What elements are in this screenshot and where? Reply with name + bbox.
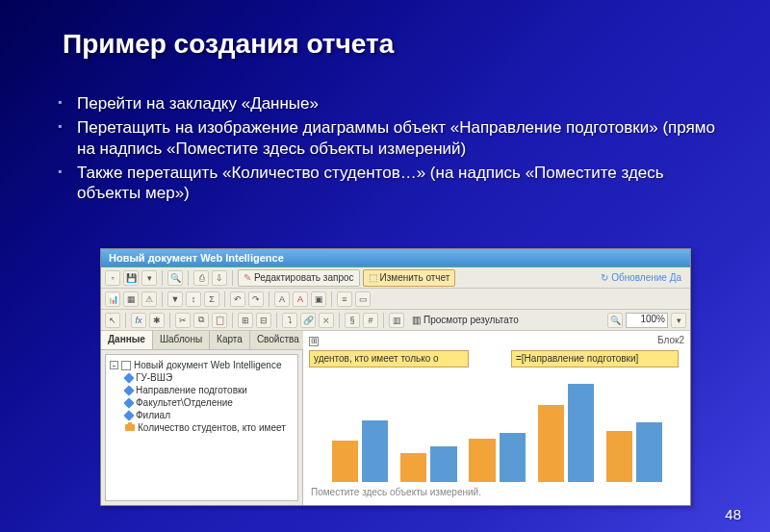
tab-properties[interactable]: Свойства: [250, 331, 307, 349]
search-icon[interactable]: 🔍: [167, 270, 183, 286]
chart-bar: [500, 433, 526, 482]
report-canvas[interactable]: ⊞ Блок2 удентов, кто имеет только о =[На…: [303, 331, 690, 505]
tree-item-measure[interactable]: Количество студентов, кто имеет: [108, 421, 295, 434]
undo-icon[interactable]: ↶: [230, 291, 245, 307]
tree-item-dim[interactable]: ГУ-ВШЭ: [108, 371, 295, 384]
chart-bar: [430, 446, 456, 482]
block-handle-icon[interactable]: ⊞: [309, 337, 319, 346]
sum-icon[interactable]: Σ: [204, 291, 219, 307]
merge-icon[interactable]: ▭: [355, 291, 371, 307]
tab-data[interactable]: Данные: [101, 331, 153, 349]
sort-icon[interactable]: ↕: [186, 291, 201, 307]
color-icon[interactable]: A: [293, 291, 308, 307]
side-tabs: Данные Шаблоны Карта Свойства: [101, 331, 302, 350]
tree-item-dim[interactable]: Направление подготовки: [108, 384, 295, 396]
bullet-item: Также перетащить «Количество студентов…»…: [77, 163, 732, 204]
chart-bar: [606, 431, 632, 483]
zoom-dropdown-icon[interactable]: ▾: [671, 313, 686, 328]
chart-bar: [400, 453, 426, 482]
ungroup-icon[interactable]: ⊟: [256, 313, 271, 328]
document-icon: [121, 361, 131, 370]
section-icon[interactable]: §: [345, 313, 360, 328]
measure-icon: [125, 424, 135, 431]
edit-query-button[interactable]: ✎Редактировать запрос: [238, 269, 360, 287]
chart-bar: [538, 405, 564, 482]
fill-icon[interactable]: ▣: [311, 291, 326, 307]
zoom-input[interactable]: 100%: [626, 313, 668, 328]
bullet-list: Перейти на закладку «Данные» Перетащить …: [0, 60, 770, 203]
filter-icon[interactable]: ▼: [167, 291, 183, 307]
tree-item-dim[interactable]: Филиал: [108, 409, 295, 421]
new-icon[interactable]: ▫: [105, 270, 120, 286]
app-titlebar: Новый документ Web Intelligence: [101, 249, 690, 267]
chart-icon[interactable]: 📊: [105, 291, 120, 307]
drill-icon[interactable]: ⤵: [282, 313, 297, 328]
bullet-item: Перетащить на изображение диаграммы объе…: [77, 117, 732, 159]
axis-hint-text: Поместите здесь объекты измерений.: [311, 487, 481, 497]
view-result-button[interactable]: ▥Просмотр результато: [407, 312, 524, 329]
formula-chip-measure[interactable]: удентов, кто имеет только о: [309, 350, 469, 367]
toolbar-format: 📊 ▦ ⚠ ▼ ↕ Σ ↶ ↷ A A ▣ ≡ ▭: [101, 289, 690, 310]
side-panel: Данные Шаблоны Карта Свойства - Новый до…: [101, 331, 303, 505]
export-icon[interactable]: ⇩: [212, 270, 227, 286]
data-tree: - Новый документ Web Intelligence ГУ-ВШЭ…: [105, 354, 298, 501]
dimension-icon: [123, 385, 134, 395]
tree-item-dim[interactable]: Факультет\Отделение: [108, 396, 295, 409]
chart-area: [313, 379, 680, 482]
dimension-icon: [123, 410, 134, 420]
dimension-icon: [123, 372, 134, 383]
chart-bar: [362, 420, 388, 482]
slide-title: Пример создания отчета: [0, 0, 770, 60]
cursor-icon[interactable]: ↖: [105, 313, 120, 328]
font-icon[interactable]: A: [274, 291, 290, 307]
align-icon[interactable]: ≡: [337, 291, 352, 307]
toolbar-main: ▫ 💾 ▾ 🔍 ⎙ ⇩ ✎Редактировать запрос ⬚Измен…: [101, 267, 690, 289]
save-icon[interactable]: 💾: [123, 270, 139, 286]
dimension-icon: [123, 397, 134, 408]
cut-icon[interactable]: ✂: [175, 313, 191, 328]
minus-icon[interactable]: -: [110, 361, 118, 369]
break-icon[interactable]: ⤫: [319, 313, 334, 328]
chart-bar: [469, 439, 495, 482]
tab-map[interactable]: Карта: [210, 331, 250, 349]
copy-icon[interactable]: ⧉: [193, 313, 209, 328]
block-label: Блок2: [657, 335, 684, 345]
toolbar-edit: ↖ fx ✱ ✂ ⧉ 📋 ⊞ ⊟ ⤵ 🔗 ⤫ § # ▥ ▥Просмотр р…: [101, 310, 690, 331]
formula-chip-dimension[interactable]: =[Направление подготовки]: [511, 350, 679, 367]
zoom-out-icon[interactable]: 🔍: [607, 313, 623, 328]
app-screenshot: Новый документ Web Intelligence ▫ 💾 ▾ 🔍 …: [100, 248, 691, 506]
rank-icon[interactable]: #: [363, 313, 378, 328]
link-icon[interactable]: 🔗: [300, 313, 316, 328]
tab-templates[interactable]: Шаблоны: [153, 331, 210, 349]
page-icon[interactable]: ▥: [389, 313, 404, 328]
table-icon[interactable]: ▦: [123, 291, 139, 307]
page-number: 48: [725, 506, 741, 522]
dropdown-icon[interactable]: ▾: [141, 270, 157, 286]
paste-icon[interactable]: 📋: [212, 313, 227, 328]
refresh-button[interactable]: ↻Обновление Да: [596, 269, 686, 287]
warning-icon[interactable]: ⚠: [141, 291, 157, 307]
bullet-item: Перейти на закладку «Данные»: [77, 93, 732, 114]
group-icon[interactable]: ⊞: [238, 313, 253, 328]
chart-bar: [332, 441, 358, 482]
fx-icon[interactable]: fx: [131, 313, 146, 328]
chart-bar: [568, 384, 594, 482]
redo-icon[interactable]: ↷: [248, 291, 264, 307]
edit-report-button[interactable]: ⬚Изменить отчет: [363, 269, 456, 287]
print-icon[interactable]: ⎙: [193, 270, 209, 286]
chart-bar: [636, 422, 662, 482]
var-icon[interactable]: ✱: [149, 313, 165, 328]
tree-root[interactable]: - Новый документ Web Intelligence: [108, 359, 295, 371]
